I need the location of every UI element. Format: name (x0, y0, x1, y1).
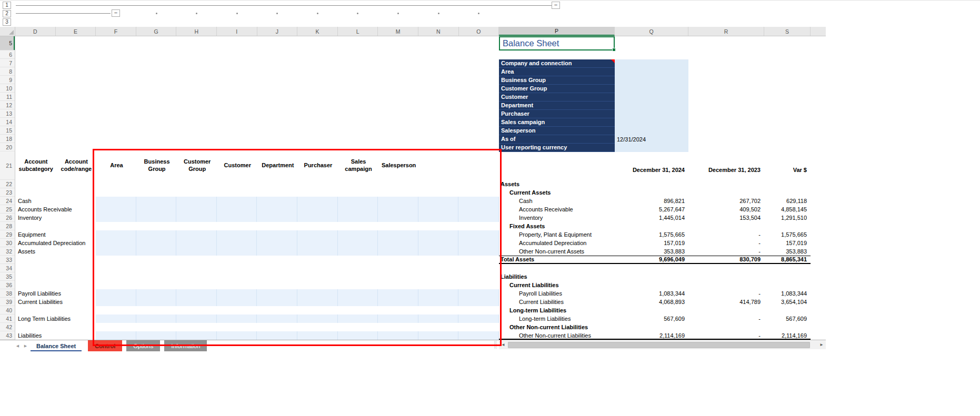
outline-level-3-button[interactable]: 3 (3, 18, 11, 26)
report-value[interactable]: 4,068,893 (615, 298, 688, 306)
row-header[interactable]: 9 (0, 76, 15, 84)
outline-level-2-button[interactable]: 2 (3, 10, 11, 17)
report-label[interactable]: Accounts Receivable (499, 205, 615, 214)
report-column-header[interactable]: December 31, 2024 (615, 167, 688, 173)
report-value[interactable]: 157,019 (615, 239, 688, 247)
filter-row-customer-group[interactable]: Customer Group (499, 85, 615, 93)
row-header[interactable]: 39 (0, 298, 15, 306)
report-label[interactable]: Payroll Liabilities (499, 289, 615, 298)
row-header[interactable]: 34 (0, 264, 15, 272)
report-value[interactable]: 567,609 (615, 314, 688, 323)
filter-row-purchaser[interactable]: Purchaser (499, 110, 615, 118)
sheet-tab-balance-sheet[interactable]: Balance Sheet (29, 340, 83, 351)
report-label[interactable]: Cash (499, 197, 615, 205)
report-value[interactable]: 9,696,049 (615, 256, 688, 263)
report-label[interactable]: Other Non-current Assets (499, 247, 615, 256)
report-label[interactable]: Property, Plant & Equipment (499, 230, 615, 239)
row-header[interactable]: 35 (0, 272, 15, 281)
row-header[interactable]: 23 (0, 188, 15, 197)
report-value[interactable]: 896,821 (615, 197, 688, 205)
column-header-selected[interactable]: P (499, 27, 615, 36)
input-row-label[interactable]: Liabilities (18, 331, 42, 340)
row-header[interactable]: 12 (0, 101, 15, 109)
report-value[interactable]: - (688, 230, 764, 239)
report-value[interactable]: 1,575,665 (615, 230, 688, 239)
report-value[interactable]: 629,118 (764, 197, 811, 205)
report-label[interactable]: Fixed Assets (499, 222, 615, 230)
report-value[interactable]: 3,654,104 (764, 298, 811, 306)
report-value[interactable]: - (688, 239, 764, 247)
horizontal-scrollbar-thumb[interactable] (508, 342, 810, 348)
row-header[interactable]: 28 (0, 222, 15, 230)
row-header[interactable]: 6 (0, 50, 15, 59)
column-header[interactable]: D (15, 27, 56, 36)
report-label[interactable]: Liabilities (499, 272, 615, 281)
row-header[interactable]: 32 (0, 247, 15, 256)
report-value[interactable]: 1,575,665 (764, 230, 811, 239)
report-label[interactable]: Current Assets (499, 188, 615, 197)
input-row-label[interactable]: Accounts Receivable (18, 205, 72, 214)
report-value[interactable]: 4,858,145 (764, 205, 811, 214)
report-column-header[interactable]: December 31, 2023 (688, 167, 764, 173)
row-header[interactable]: 36 (0, 281, 15, 289)
row-header[interactable]: 30 (0, 239, 15, 247)
row-header[interactable]: 13 (0, 109, 15, 118)
column-header[interactable]: E (56, 27, 96, 36)
input-row-label[interactable]: Current Liabilities (18, 298, 63, 306)
column-header[interactable]: O (459, 27, 499, 36)
row-header[interactable]: 21 (0, 151, 15, 180)
report-label[interactable]: Long-term Liabilities (499, 306, 615, 314)
report-value[interactable]: 1,445,014 (615, 214, 688, 222)
row-header[interactable]: 8 (0, 67, 15, 76)
input-row-label[interactable]: Inventory (18, 214, 42, 222)
report-value[interactable]: 1,083,344 (615, 289, 688, 298)
column-header[interactable]: M (378, 27, 418, 36)
report-value[interactable]: 409,502 (688, 205, 764, 214)
report-value[interactable]: 157,019 (764, 239, 811, 247)
outline-level-1-button[interactable]: 1 (3, 2, 11, 9)
input-row-label[interactable]: Assets (18, 247, 35, 256)
horizontal-scrollbar[interactable]: ◄ ► (499, 341, 826, 349)
row-header[interactable]: 18 (0, 135, 15, 143)
tab-scroll-left-icon[interactable]: ◀ (14, 340, 22, 351)
report-label[interactable]: Current Liabilities (499, 281, 615, 289)
row-header[interactable]: 7 (0, 59, 15, 67)
report-value[interactable]: - (688, 314, 764, 323)
row-header[interactable]: 11 (0, 93, 15, 101)
collapse-group-button[interactable]: − (112, 9, 120, 17)
filter-row-as-of[interactable]: As of (499, 135, 615, 144)
input-row-label[interactable]: Equipment (18, 230, 46, 239)
report-value[interactable]: 267,702 (688, 197, 764, 205)
row-header[interactable]: 42 (0, 323, 15, 331)
column-header[interactable]: I (217, 27, 257, 36)
report-label[interactable]: Accumulated Depreciation (499, 239, 615, 247)
column-header[interactable]: Q (615, 27, 688, 36)
column-header[interactable]: G (136, 27, 177, 36)
report-label[interactable]: Other Non-current Liabilities (499, 323, 615, 331)
report-label[interactable]: Current Liabilities (499, 298, 615, 306)
row-header[interactable]: 25 (0, 205, 15, 214)
scroll-right-icon[interactable]: ► (818, 341, 825, 349)
column-header[interactable]: H (176, 27, 217, 36)
report-label[interactable]: Long-term Liabilities (499, 314, 615, 323)
row-header[interactable]: 33 (0, 256, 15, 264)
report-value[interactable]: 353,883 (764, 247, 811, 256)
row-header[interactable]: 20 (0, 143, 15, 151)
row-header[interactable]: 24 (0, 197, 15, 205)
row-header[interactable]: 43 (0, 331, 15, 340)
report-value[interactable]: 567,609 (764, 314, 811, 323)
column-header[interactable]: J (257, 27, 298, 36)
filter-row-sales-campaign[interactable]: Sales campaign (499, 118, 615, 127)
collapse-group-button[interactable]: − (552, 2, 560, 9)
input-row-label[interactable]: Long Term Liabilities (18, 314, 71, 323)
row-header[interactable]: 14 (0, 118, 15, 126)
input-table-header[interactable]: Account subcategory (16, 158, 56, 173)
column-header[interactable]: K (297, 27, 338, 36)
filter-row-company[interactable]: Company and connection (499, 59, 615, 68)
report-value[interactable]: 830,709 (688, 256, 764, 263)
report-label[interactable]: Assets (499, 180, 615, 188)
report-label[interactable]: Total Assets (499, 256, 615, 263)
report-value[interactable]: 8,865,341 (764, 256, 811, 263)
report-value[interactable]: 1,083,344 (764, 289, 811, 298)
row-header[interactable]: 10 (0, 84, 15, 93)
